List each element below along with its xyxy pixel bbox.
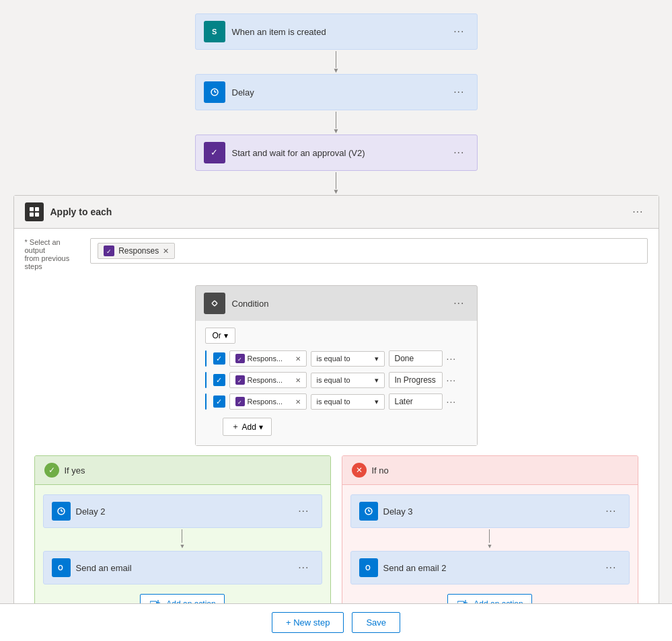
arrow-connector-3 <box>333 171 340 195</box>
branch-step-label-delay2: Delay 2 <box>76 506 295 517</box>
condition-icon <box>204 293 225 314</box>
apply-each-header: Apply to each ··· <box>14 196 659 229</box>
condition-field-3[interactable]: ✓ Respons... ✕ <box>229 393 307 410</box>
branch-step-email2[interactable]: O Send an email 2 ··· <box>350 551 630 585</box>
condition-value-1[interactable]: Done <box>389 350 443 367</box>
condition-body: Or ▾ ✓ ✓ Respons... <box>196 321 477 445</box>
condition-more-menu[interactable]: ··· <box>449 296 468 311</box>
add-plus-icon: ＋ <box>231 421 239 432</box>
apply-each-title: Apply to each <box>50 206 112 217</box>
condition-field-icon-1: ✓ <box>235 354 245 363</box>
svg-rect-10 <box>30 213 34 217</box>
condition-block: Condition ··· Or ▾ ✓ <box>195 285 478 446</box>
no-icon: ✕ <box>352 463 367 478</box>
condition-field-text-3: Respons... <box>248 398 293 406</box>
condition-operator-label-3: is equal to <box>317 398 350 406</box>
condition-field-close-1[interactable]: ✕ <box>295 355 301 363</box>
condition-checkbox-1[interactable]: ✓ <box>213 352 225 365</box>
condition-operator-3[interactable]: is equal to ▾ <box>311 394 385 410</box>
branch-yes-header: ✓ If yes <box>35 456 330 485</box>
branch-no-header: ✕ If no <box>342 456 638 485</box>
condition-field-2[interactable]: ✓ Respons... ✕ <box>229 372 307 388</box>
condition-operator-chevron-3: ▾ <box>375 398 379 406</box>
condition-field-icon-2: ✓ <box>235 375 245 385</box>
email1-more[interactable]: ··· <box>294 560 313 575</box>
condition-row-more-1[interactable]: ··· <box>447 353 457 364</box>
branch-step-label-delay3: Delay 3 <box>383 506 602 517</box>
condition-operator-label-1: is equal to <box>317 354 350 363</box>
step-more-menu[interactable]: ··· <box>449 145 468 160</box>
condition-operator-1[interactable]: is equal to ▾ <box>311 351 385 367</box>
svg-text:O: O <box>365 564 371 572</box>
arrow-connector-1 <box>333 50 340 74</box>
condition-field-1[interactable]: ✓ Respons... ✕ <box>229 350 307 367</box>
step-more-menu[interactable]: ··· <box>449 85 468 100</box>
svg-text:✓: ✓ <box>237 400 242 405</box>
add-condition-button[interactable]: ＋ Add ▾ <box>223 418 272 436</box>
condition-operator-chevron-1: ▾ <box>375 354 379 363</box>
svg-text:O: O <box>58 564 63 572</box>
output-field[interactable]: ✓ Responses ✕ <box>90 238 647 264</box>
apply-each-body: * Select an outputfrom previous steps ✓ … <box>14 229 659 641</box>
apply-each-container: Apply to each ··· * Select an outputfrom… <box>13 195 659 641</box>
responses-tag-close[interactable]: ✕ <box>163 247 169 256</box>
condition-operator-2[interactable]: is equal to ▾ <box>311 373 385 388</box>
delay3-more[interactable]: ··· <box>601 504 620 519</box>
condition-operator-chevron-2: ▾ <box>375 376 379 385</box>
condition-value-2[interactable]: In Progress <box>389 372 443 388</box>
approval-icon: ✓ <box>204 142 225 163</box>
condition-value-text-3: Later <box>395 397 413 406</box>
branch-step-delay2[interactable]: Delay 2 ··· <box>43 494 322 528</box>
email2-more[interactable]: ··· <box>601 560 620 575</box>
condition-container: Condition ··· Or ▾ ✓ <box>25 285 648 641</box>
step-label: Delay <box>232 87 450 98</box>
condition-field-close-2[interactable]: ✕ <box>295 377 301 384</box>
condition-field-text-1: Respons... <box>248 354 293 363</box>
arrow-branch-no <box>487 529 493 550</box>
branch-no-title: If no <box>372 465 389 476</box>
or-chevron-icon: ▾ <box>224 331 228 340</box>
condition-header[interactable]: Condition ··· <box>196 286 477 321</box>
arrow-branch-yes <box>180 529 186 550</box>
branch-step-email1[interactable]: O Send an email ··· <box>43 551 322 585</box>
condition-row-more-3[interactable]: ··· <box>447 396 457 407</box>
condition-row-3: ✓ ✓ Respons... ✕ is equal to ▾ <box>205 393 468 410</box>
svg-text:✓: ✓ <box>237 356 242 362</box>
clock-icon <box>204 81 225 103</box>
add-chevron-icon: ▾ <box>259 422 263 432</box>
save-label: Save <box>366 617 386 628</box>
email1-icon: O <box>52 558 71 577</box>
responses-tag[interactable]: ✓ Responses ✕ <box>98 243 175 259</box>
delay2-icon <box>52 502 71 521</box>
condition-title: Condition <box>232 299 450 309</box>
svg-rect-11 <box>35 213 39 217</box>
step-label: Start and wait for an approval (V2) <box>232 148 450 158</box>
condition-value-3[interactable]: Later <box>389 393 443 410</box>
condition-field-text-2: Respons... <box>248 376 293 384</box>
condition-checkbox-2[interactable]: ✓ <box>213 374 225 386</box>
condition-checkbox-3[interactable]: ✓ <box>213 395 225 408</box>
delay3-icon <box>359 502 378 521</box>
new-step-button[interactable]: + New step <box>272 612 344 633</box>
select-output-label: * Select an outputfrom previous steps <box>25 238 83 270</box>
save-button[interactable]: Save <box>352 612 400 633</box>
svg-text:S: S <box>212 28 217 36</box>
apply-each-more-menu[interactable]: ··· <box>628 204 647 219</box>
step-approval[interactable]: ✓ Start and wait for an approval (V2) ··… <box>195 135 478 171</box>
branch-yes-title: If yes <box>65 465 85 476</box>
or-button[interactable]: Or ▾ <box>205 328 235 344</box>
svg-rect-13 <box>210 299 219 308</box>
arrow-connector-2 <box>333 110 340 135</box>
condition-value-text-2: In Progress <box>395 375 436 385</box>
delay2-more[interactable]: ··· <box>294 504 313 519</box>
condition-field-close-3[interactable]: ✕ <box>295 398 301 406</box>
yes-icon: ✓ <box>44 463 59 478</box>
responses-tag-label: Responses <box>118 246 159 256</box>
step-delay[interactable]: Delay ··· <box>195 74 478 110</box>
step-when-item-created[interactable]: S When an item is created ··· <box>195 13 478 50</box>
email2-icon: O <box>359 558 378 577</box>
condition-value-text-1: Done <box>395 354 414 363</box>
branch-step-delay3[interactable]: Delay 3 ··· <box>350 494 630 528</box>
condition-row-more-2[interactable]: ··· <box>447 375 457 385</box>
step-more-menu[interactable]: ··· <box>449 24 468 39</box>
